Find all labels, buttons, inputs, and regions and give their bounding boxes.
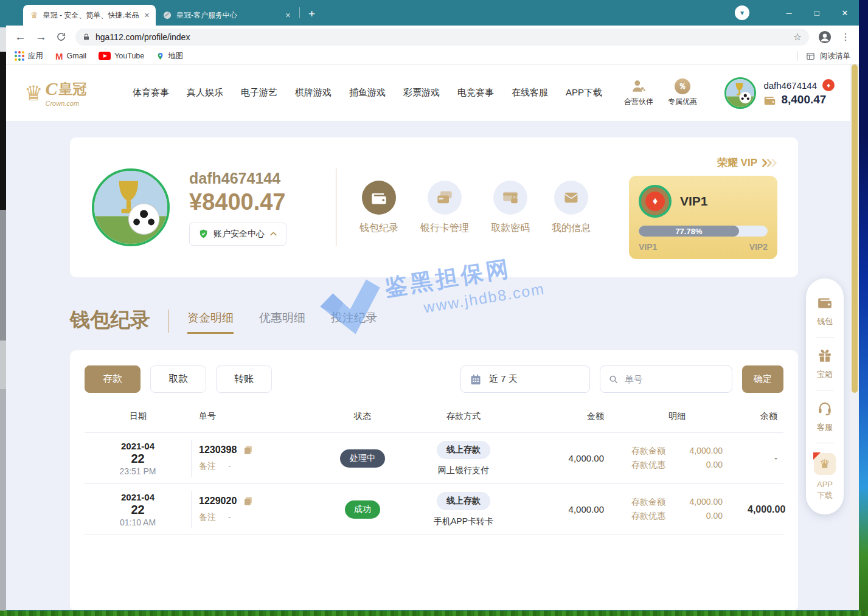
- reading-list-label[interactable]: 阅读清单: [820, 51, 850, 61]
- reload-icon[interactable]: [56, 32, 66, 42]
- browser-profile-badge-icon[interactable]: ▾: [735, 5, 749, 20]
- watermark-url: www.jhdb8.com: [423, 280, 546, 316]
- order-search-input[interactable]: [625, 374, 723, 384]
- browser-tab-inactive[interactable]: 皇冠-客户服务中心 ✕: [156, 5, 297, 26]
- row-date-day: 22: [131, 503, 144, 517]
- desktop-left-strip: [0, 0, 6, 616]
- nav-item-esports[interactable]: 电竞赛事: [457, 87, 494, 99]
- url-text: hga112.com/profile/index: [95, 32, 190, 42]
- detail-label: 存款优惠: [631, 511, 665, 522]
- bookmark-star-icon[interactable]: ☆: [793, 31, 802, 43]
- nav-item-live-casino[interactable]: 真人娱乐: [187, 87, 223, 99]
- lock-icon: [83, 33, 90, 41]
- floating-side-panel: 钱包 宝箱 客服 ♛ APP 下载: [806, 279, 844, 514]
- shortcut-wallet-records[interactable]: 钱包纪录: [359, 181, 398, 235]
- records-card: 存款 取款 转账 近 7 天 确定 日期 单号: [70, 350, 798, 610]
- panel-app-download[interactable]: ♛ APP 下载: [806, 451, 844, 504]
- bookmark-youtube[interactable]: YouTube: [99, 52, 144, 60]
- browser-avatar-icon[interactable]: [818, 30, 832, 44]
- tab-title: 皇冠-客户服务中心: [176, 10, 280, 21]
- bookmark-apps[interactable]: 应用: [15, 51, 43, 61]
- main-nav: 体育赛事 真人娱乐 电子游艺 棋牌游戏 捕鱼游戏 彩票游戏 电竞赛事 在线客服 …: [133, 87, 602, 99]
- back-icon[interactable]: ←: [15, 31, 26, 43]
- close-button[interactable]: ✕: [831, 9, 859, 18]
- profile-username: dafh4674144: [189, 170, 332, 187]
- profile-balance: ¥8400.47: [189, 189, 332, 215]
- browser-menu-icon[interactable]: ⋮: [841, 31, 850, 43]
- panel-treasure-box[interactable]: 宝箱: [806, 345, 844, 382]
- copy-icon[interactable]: [243, 496, 254, 507]
- honor-vip-link[interactable]: 荣耀 VIP: [629, 156, 777, 170]
- nav-item-cards[interactable]: 棋牌游戏: [295, 87, 332, 99]
- vertical-divider: [336, 168, 336, 246]
- browser-window: ♛ 皇冠 - 安全、简单、快捷.老品牌 ✕ 皇冠-客户服务中心 ✕ + ▾ ─ …: [6, 0, 859, 611]
- nav-item-sports[interactable]: 体育赛事: [133, 87, 169, 99]
- filter-withdraw-button[interactable]: 取款: [150, 365, 206, 393]
- order-search-box[interactable]: [600, 365, 732, 393]
- vip-to-label: VIP2: [749, 242, 768, 252]
- nav-item-slots[interactable]: 电子游艺: [241, 87, 277, 99]
- header-user-box[interactable]: dafh4674144 ♦ 8,400.47: [724, 77, 835, 109]
- bank-card-icon: [428, 181, 462, 215]
- tab-close-icon[interactable]: ✕: [285, 12, 291, 19]
- bookmark-maps[interactable]: 地图: [156, 51, 183, 61]
- date-range-select[interactable]: 近 7 天: [460, 365, 590, 393]
- bookmark-gmail[interactable]: M Gmail: [55, 51, 86, 61]
- row-date-day: 22: [131, 452, 144, 466]
- new-tab-button[interactable]: +: [308, 7, 315, 21]
- status-badge: 处理中: [340, 449, 385, 468]
- tab-close-icon[interactable]: ✕: [144, 12, 150, 19]
- search-icon: [609, 374, 619, 385]
- filters-row: 存款 取款 转账 近 7 天 确定: [85, 365, 783, 393]
- nav-item-service[interactable]: 在线客服: [512, 87, 548, 99]
- partners-label: 合营伙伴: [624, 97, 653, 106]
- scrollbar-thumb[interactable]: [852, 64, 858, 393]
- shortcut-bank-cards[interactable]: 银行卡管理: [420, 181, 469, 235]
- url-bar[interactable]: hga112.com/profile/index ☆: [75, 29, 809, 46]
- promotions-link[interactable]: ％ 专属优惠: [668, 78, 697, 107]
- confirm-button[interactable]: 确定: [742, 365, 783, 393]
- method-badge: 线上存款: [437, 492, 490, 510]
- security-center-button[interactable]: 账户安全中心: [189, 223, 286, 246]
- partners-link[interactable]: 合营伙伴: [624, 78, 653, 107]
- filter-deposit-button[interactable]: 存款: [85, 365, 141, 393]
- detail-value: 4,000.00: [674, 497, 723, 508]
- site-logo[interactable]: ♛ C 皇冠 Crown.com: [24, 78, 119, 107]
- tab-promo-detail[interactable]: 优惠明细: [259, 310, 305, 334]
- table-row: 2021-04 22 01:10 AM 1229020 备注 -: [85, 484, 783, 535]
- bookmarks-bar: 应用 M Gmail YouTube 地图 阅读清单: [6, 48, 859, 64]
- percent-badge-icon: ％: [675, 78, 690, 94]
- nav-item-app-download[interactable]: APP下载: [566, 87, 602, 99]
- profile-avatar[interactable]: [92, 168, 170, 246]
- filter-transfer-button[interactable]: 转账: [216, 365, 272, 393]
- shortcut-withdraw-password[interactable]: 取款密码: [491, 181, 530, 235]
- panel-customer-service[interactable]: 客服: [806, 398, 844, 435]
- row-balance: 4,000.00: [748, 504, 791, 515]
- headset-icon: [817, 400, 833, 416]
- maximize-button[interactable]: □: [803, 9, 831, 18]
- detail-label: 存款金额: [631, 497, 665, 508]
- nav-item-fishing[interactable]: 捕鱼游戏: [349, 87, 386, 99]
- copy-icon[interactable]: [243, 445, 254, 455]
- table-row: 2021-04 22 23:51 PM 1230398 备注 -: [85, 433, 783, 484]
- shortcut-my-info[interactable]: 我的信息: [552, 181, 591, 235]
- vip-progress-fill: 77.78%: [639, 226, 739, 237]
- table-header: 日期 单号 状态 存款方式 金额 明细 余额: [85, 400, 783, 433]
- youtube-icon: [99, 52, 111, 60]
- row-time: 23:51 PM: [120, 466, 156, 476]
- tab-funds-detail[interactable]: 资金明细: [187, 310, 234, 334]
- minimize-button[interactable]: ─: [775, 9, 803, 18]
- panel-wallet[interactable]: 钱包: [806, 292, 844, 330]
- forward-icon[interactable]: →: [35, 31, 47, 43]
- honor-vip-label: 荣耀 VIP: [717, 156, 757, 170]
- tab-bet-records[interactable]: 投注纪录: [331, 310, 377, 334]
- vip-from-label: VIP1: [639, 242, 657, 252]
- order-number: 1230398: [199, 445, 237, 455]
- browser-tab-active[interactable]: ♛ 皇冠 - 安全、简单、快捷.老品牌 ✕: [23, 5, 156, 26]
- globe-favicon: [163, 11, 172, 19]
- nav-item-lottery[interactable]: 彩票游戏: [403, 87, 440, 99]
- shortcut-label: 我的信息: [552, 223, 591, 233]
- avatar[interactable]: [724, 77, 756, 109]
- vip-level: VIP1: [680, 194, 708, 209]
- page-scrollbar[interactable]: [850, 64, 859, 610]
